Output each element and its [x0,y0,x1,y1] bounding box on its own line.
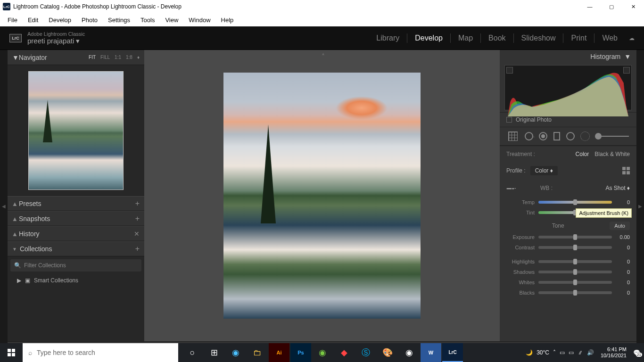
task-view-icon[interactable]: ⊞ [204,343,224,362]
navigator-thumbnail[interactable] [28,71,124,190]
highlights-slider[interactable] [538,260,612,263]
menu-tools[interactable]: Tools [136,15,159,25]
temp-slider[interactable] [538,201,612,204]
tray-chevron-icon[interactable]: ˄ [553,349,556,356]
smart-collections-item[interactable]: ▶▣Smart Collections [10,274,141,287]
zoom-stepper-icon[interactable]: ♦ [137,55,140,60]
edge-icon[interactable]: ◉ [225,343,246,362]
volume-icon[interactable]: 🔊 [587,349,594,356]
weather-icon[interactable]: 🌙 [526,349,533,356]
main-photo[interactable] [223,73,421,319]
minimize-button[interactable]: — [579,0,601,13]
cloud-sync-icon[interactable]: ☁ [629,35,635,41]
spot-removal-icon[interactable]: → [525,132,533,140]
histogram[interactable] [504,65,632,110]
exposure-slider[interactable] [538,236,612,239]
menu-edit[interactable]: Edit [23,15,43,25]
treatment-bw[interactable]: Black & White [594,151,630,157]
menu-file[interactable]: File [3,15,22,25]
profile-browser-icon[interactable] [622,167,630,174]
auto-tone-button[interactable]: Auto [610,222,630,230]
wb-dropdown[interactable]: As Shot ♦ [606,185,630,191]
notification-icon[interactable]: 💬21 [633,349,640,356]
module-web[interactable]: Web [602,34,618,42]
chrome-icon[interactable]: ◉ [399,343,420,362]
exposure-value[interactable]: 0.00 [616,234,630,240]
blacks-value[interactable]: 0 [616,290,630,296]
whites-value[interactable]: 0 [616,280,630,285]
history-header[interactable]: ▶History✕ [8,226,144,241]
zoom-fill[interactable]: FILL [100,55,110,60]
module-map[interactable]: Map [458,34,473,42]
app-icon: LrC [3,3,10,10]
snapshots-header[interactable]: ▶Snapshots+ [8,211,144,226]
start-button[interactable] [0,343,23,362]
presets-add-icon[interactable]: + [135,199,140,208]
snapshots-add-icon[interactable]: + [135,214,140,223]
radial-filter-icon[interactable] [566,132,575,140]
presets-header[interactable]: ▶Presets+ [8,196,144,211]
blacks-slider[interactable] [538,291,612,294]
lightroom-taskbar-icon[interactable]: LrC [442,343,463,362]
menu-window[interactable]: Window [184,15,215,25]
cortana-icon[interactable]: ○ [182,343,203,362]
module-print[interactable]: Print [571,34,586,42]
collections-add-icon[interactable]: + [135,245,140,253]
weather-temp[interactable]: 30°C [537,349,549,356]
username[interactable]: preeti prajapati ▾ [27,37,85,45]
highlights-value[interactable]: 0 [616,259,630,264]
module-library[interactable]: Library [376,34,399,42]
skype-icon[interactable]: Ⓢ [355,343,376,362]
graduated-filter-icon[interactable] [553,132,560,140]
photo-stage[interactable] [144,50,500,341]
zoom-fit[interactable]: FIT [89,55,96,60]
word-icon[interactable]: W [421,343,441,362]
contrast-slider[interactable] [538,246,612,249]
incopy-icon[interactable]: ◉ [312,343,333,362]
navigator-body[interactable] [8,65,144,196]
explorer-icon[interactable]: 🗀 [247,343,268,362]
filter-collections-input[interactable]: 🔍 Filter Collections [10,259,141,272]
treatment-color[interactable]: Color [576,151,589,157]
battery-icon[interactable]: ▭ [569,349,574,356]
illustrator-icon[interactable]: Ai [269,343,289,362]
collections-header[interactable]: ▼Collections+ [8,241,144,256]
menu-photo[interactable]: Photo [77,15,102,25]
history-clear-icon[interactable]: ✕ [134,230,140,238]
module-slideshow[interactable]: Slideshow [521,34,556,42]
brand-label: Adobe Lightroom Classic [27,31,85,37]
shadows-value[interactable]: 0 [616,269,630,275]
paint-icon[interactable]: 🎨 [377,343,398,362]
temp-value[interactable]: 0 [616,199,630,205]
contrast-value[interactable]: 0 [616,245,630,250]
maximize-button[interactable]: ▢ [601,0,622,13]
redeye-tool-icon[interactable] [539,132,547,140]
original-photo-checkbox[interactable] [506,117,512,123]
histogram-header[interactable]: Histogram▼ [500,50,636,63]
photoshop-icon[interactable]: Ps [290,343,311,362]
right-edge-toggle[interactable]: ▶ [636,50,644,362]
left-edge-toggle[interactable]: ◀ [0,50,8,362]
brush-slider[interactable] [596,136,629,137]
zoom-1-1[interactable]: 1:1 [115,55,121,60]
shadows-slider[interactable] [538,271,612,273]
menu-view[interactable]: View [160,15,183,25]
creative-cloud-icon[interactable]: ◆ [334,343,355,362]
adjustment-brush-icon[interactable] [580,132,590,141]
profile-dropdown[interactable]: Color ♦ [530,166,558,175]
navigator-header[interactable]: ▼ Navigator FIT FILL 1:1 1:8 ♦ [8,50,144,65]
menu-develop[interactable]: Develop [44,15,76,25]
menu-help[interactable]: Help [216,15,239,25]
whites-slider[interactable] [538,281,612,284]
meet-now-icon[interactable]: ▭ [560,349,565,356]
clock[interactable]: 6:41 PM 10/16/2021 [598,346,629,359]
module-develop[interactable]: Develop [415,34,443,42]
close-button[interactable]: ✕ [622,0,644,13]
eyedropper-icon[interactable] [504,181,519,195]
menu-settings[interactable]: Settings [103,15,135,25]
zoom-1-8[interactable]: 1:8 [126,55,132,60]
wifi-icon[interactable]: ⫽ [578,349,583,356]
crop-tool-icon[interactable] [507,131,519,142]
module-book[interactable]: Book [488,34,505,42]
taskbar-search[interactable]: ⌕Type here to search [23,343,178,362]
